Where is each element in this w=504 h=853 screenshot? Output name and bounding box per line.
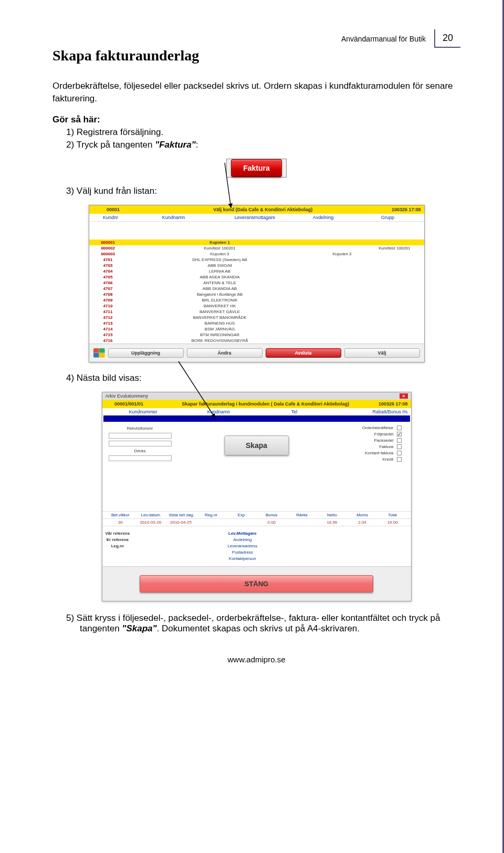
table-row[interactable]: 4703ABB SWG/M [89,263,424,268]
invoice-form-screenshot: Arkiv Evolutionmeny × 00001/001/01 Skapa… [102,392,412,601]
step-2-pre: 2) Tryck på tangenten [66,140,155,150]
step-2: 2) Tryck på tangenten "Faktura": [66,140,460,150]
form-title-center: Skapar fakturaunderlag i kundmodulen ( D… [153,401,379,407]
num-val-cell: 2010-03-26 [135,520,166,525]
table-row[interactable]: 000001Kupolen 1 [89,240,424,245]
check-row[interactable]: Packsedel [362,438,402,444]
col2-kundnamn: Kundnamn [181,409,257,414]
num-val-cell: 19.00 [377,520,408,525]
btn-upplagg[interactable]: Uppläggning [108,348,184,358]
ref-mid-block: Lev.Mottagare AvdelningLeveransadressPos… [227,530,257,562]
ref-mid-label: Leveransadress [227,543,257,549]
input-rekvis-2[interactable] [109,441,172,446]
table-row[interactable]: 4715BTM INREDNINGAR [89,332,424,338]
list-button-row: Uppläggning Ändra Avsluta Välj [89,344,424,362]
num-val-cell [287,520,317,525]
input-rekvis[interactable] [109,433,172,439]
ref-mid-labels: AvdelningLeveransadressPostadressKontakt… [227,537,257,562]
form-columns: Kundnummer Kundnamn Tel Rabatt/Bonus i% [102,408,411,415]
check-row[interactable]: Kontant faktura [362,450,402,456]
windows-icon [93,348,105,358]
form-blue-row [103,415,410,422]
table-row[interactable]: 4706ANTENN & TELE [89,280,424,286]
step-2-emph: "Faktura" [155,140,196,150]
skapa-button[interactable]: Skapa [224,435,289,455]
check-row[interactable]: Kredit [362,456,402,463]
close-icon[interactable]: × [400,393,407,399]
ref-left-label: Er referens [106,537,130,543]
step-3: 3) Välj kund från listan: [66,186,460,196]
list-title-left: 00001 [92,207,134,212]
form-menu-bar: Arkiv Evolutionmeny × [102,392,411,400]
header-title: Användarmanual för Butik [341,35,426,43]
num-val-cell: 2010-04-25 [166,520,196,525]
intro-text: Orderbekräftelse, följesedel eller packs… [52,80,460,105]
num-head-cell: Exp [226,513,257,517]
stang-button[interactable]: STÄNG [140,575,373,592]
page-header: Användarmanual för Butik 20 [341,29,460,48]
step-2-suffix: : [196,140,198,150]
num-head-cell: Total [377,513,408,517]
num-head-cell: Sista bet.dag [166,513,196,517]
num-head-cell: Reg.nr [196,513,226,517]
table-row[interactable]: 4711BANVERKET GÄVLE [89,309,424,315]
table-row[interactable]: 4710BANVERKET HK [89,303,424,309]
ref-mid-label: Postadress [227,549,257,556]
step-5-emph: "Skapa" [122,623,156,633]
col2-tel: Tel [257,409,332,414]
num-head-cell: Ränta [287,513,317,517]
btn-andra[interactable]: Ändra [187,348,262,358]
input-dricks[interactable] [109,455,172,461]
lbl-rekvis: Rekvisitionsnr [109,426,172,431]
steps-heading: Gör så här: [52,115,460,125]
table-row[interactable]: 4709BRL ELEKTRONIK [89,297,424,303]
col-kundnamn: Kundnamn [129,215,218,220]
ref-left-label: Leg.nr [106,543,130,549]
num-val-cell [226,520,257,525]
check-row[interactable]: Följesedel [362,431,402,438]
step-5: 5) Sätt kryss i följesedel-, packsedel-,… [66,613,460,634]
table-row[interactable]: 4713BARNENS HUS [89,320,424,326]
list-title-center: Välj kund (Dala Cafe & Konditori Aktiebo… [134,207,392,212]
form-num-values: 302010-03-262010-04-250.0016.962.0419.00 [102,519,411,526]
invoice-form-figure: Arkiv Evolutionmeny × 00001/001/01 Skapa… [52,392,460,601]
btn-avsluta[interactable]: Avsluta [266,348,341,358]
form-left-inputs: Rekvisitionsnr Dricks [109,426,172,461]
ref-mid-label: Avdelning [227,537,257,543]
table-row[interactable]: 4704LERNIA AB [89,268,424,274]
list-column-headers: Kundnr Kundnamn Leveransmottagare Avdeln… [89,214,424,222]
ref-mid-title: Lev.Mottagare [228,531,257,536]
section-heading: Skapa fakturaunderlag [52,47,460,64]
num-head-cell: Moms [347,513,377,517]
table-row[interactable]: 4705ABB ASEA SKANDIA [89,274,424,280]
num-head-cell: Bet.villkor [106,513,136,517]
num-head-cell: Lev.datum [135,513,166,517]
num-val-cell: 0.00 [256,520,287,525]
customer-table: 000001Kupolen 1000002Kundtest 100201Kund… [89,240,424,344]
ref-left-label: Vår referens [106,530,130,537]
step-4: 4) Nästa bild visas: [66,373,460,383]
check-row[interactable]: Faktura [362,444,402,450]
table-row[interactable]: 4714BSM JÄRNVÄG [89,326,424,332]
lbl-dricks: Dricks [109,449,172,453]
ref-mid-label: Kontaktperson [227,556,257,562]
num-head-cell: Bonus [256,513,287,517]
faktura-button[interactable]: Faktura [231,159,282,177]
table-row[interactable]: 000003Kupolen 3Kupolen 3 [89,251,424,257]
btn-valj[interactable]: Välj [344,348,420,358]
col-kundnr: Kundnr [92,215,129,220]
table-row[interactable]: 4701DHL EXPRESS (Sweden) AB [89,257,424,263]
check-row[interactable]: Orderbekräftelse [362,425,402,431]
num-val-cell: 16.96 [317,520,348,525]
form-title-right: 100326 17:08 [379,401,408,407]
col-avd: Avdelning [292,215,355,220]
list-title-bar: 00001 Välj kund (Dala Cafe & Konditori A… [89,205,424,214]
step-1: 1) Registrera försäljning. [66,127,460,138]
table-row[interactable]: 4712BANVERKET BANOMRÅDE [89,315,424,320]
page-number: 20 [434,29,460,48]
table-row[interactable]: 4708Bangalore i Borlänge AB [89,292,424,297]
col-lev: Leveransmottagare [218,215,292,220]
table-row[interactable]: 000002Kundtest 100201Kundtest 100201 [89,245,424,251]
table-row[interactable]: 4707ABB SKANDIA AB [89,286,424,292]
table-row[interactable]: 4716BORE REDOVISNINGSBYRÅ [89,338,424,344]
